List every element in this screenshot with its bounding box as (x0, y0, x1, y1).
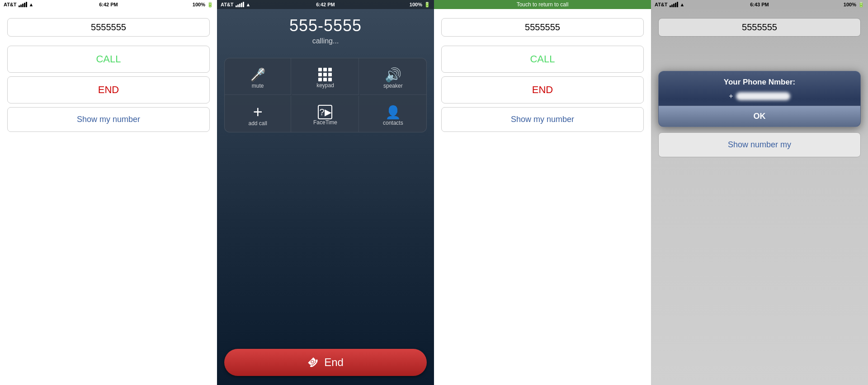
bar3 (673, 4, 675, 7)
bar1 (236, 5, 237, 7)
contacts-button[interactable]: 👤 contacts (360, 96, 426, 132)
screen-3: Touch to return to call 5555555 CALL END… (434, 0, 651, 385)
modal-phone-number-blurred (736, 92, 790, 100)
calling-number: 555-5555 (217, 16, 434, 35)
calling-status: calling... (217, 37, 434, 45)
status-right-4: 100% 🔋 (844, 2, 864, 8)
screen-4: AT&T ▲ 6:43 PM 100% 🔋 5555555 Your Phone… (651, 0, 868, 385)
bar5 (26, 2, 27, 7)
keypad-button[interactable]: keypad (292, 58, 359, 95)
end-call-label: End (324, 356, 344, 369)
battery-pct-4: 100% (844, 2, 856, 7)
status-bar-2: AT&T ▲ 6:42 PM 100% 🔋 (217, 0, 434, 9)
bar5 (677, 2, 678, 7)
end-button-3[interactable]: END (441, 76, 644, 103)
signal-bars-4 (670, 2, 678, 7)
battery-icon-2: 🔋 (424, 2, 430, 8)
add-call-button[interactable]: + add call (225, 96, 291, 132)
battery-icon-1: 🔋 (207, 2, 213, 8)
bar1 (670, 5, 671, 7)
signal-bars-2 (236, 2, 244, 7)
end-phone-icon: ☎ (305, 355, 321, 371)
carrier-4: AT&T (655, 2, 668, 7)
end-call-button[interactable]: ☎ End (224, 349, 427, 376)
status-bar-4: AT&T ▲ 6:43 PM 100% 🔋 (651, 0, 868, 9)
speaker-label: speaker (383, 83, 403, 89)
wifi-1: ▲ (29, 2, 34, 7)
phone-number-input-1[interactable]: 5555555 (7, 18, 210, 37)
bar5 (243, 2, 244, 7)
keypad-icon (317, 67, 333, 82)
carrier-2: AT&T (221, 2, 234, 7)
contacts-icon: 👤 (385, 105, 401, 120)
add-icon: + (253, 104, 263, 120)
add-call-label: add call (248, 120, 267, 127)
facetime-icon: ?▶ (318, 105, 332, 119)
bar1 (19, 5, 20, 7)
show-number-button-4[interactable]: Show number my (658, 132, 861, 157)
status-left-1: AT&T ▲ (4, 2, 33, 7)
facetime-label: FaceTime (313, 119, 337, 126)
wifi-4: ▲ (680, 2, 685, 7)
bar2 (20, 5, 22, 7)
battery-icon-4: 🔋 (858, 2, 864, 8)
modal-plus: + (729, 92, 733, 100)
show-number-button-1[interactable]: Show my number (7, 107, 210, 132)
battery-pct-1: 100% (193, 2, 205, 7)
mute-button[interactable]: 🎤 mute (225, 58, 291, 95)
bar4 (675, 3, 676, 7)
mute-label: mute (252, 83, 264, 89)
time-4: 6:43 PM (750, 2, 769, 7)
battery-pct-2: 100% (410, 2, 422, 7)
modal-ok-button[interactable]: OK (659, 106, 860, 127)
speaker-button[interactable]: 🔊 speaker (360, 58, 426, 95)
time-2: 6:42 PM (316, 2, 335, 7)
screen-1: AT&T ▲ 6:42 PM 100% 🔋 5555555 CALL END S… (0, 0, 217, 385)
status-right-2: 100% 🔋 (410, 2, 430, 8)
show-number-button-3[interactable]: Show my number (441, 107, 644, 132)
wifi-2: ▲ (246, 2, 251, 7)
call-button-3[interactable]: CALL (441, 46, 644, 73)
signal-bars-1 (19, 2, 27, 7)
bar2 (671, 5, 673, 7)
end-button-1[interactable]: END (7, 76, 210, 103)
screen-2: AT&T ▲ 6:42 PM 100% 🔋 555-5555 calling..… (217, 0, 434, 385)
modal-phone-row: + (659, 89, 860, 106)
speaker-icon: 🔊 (385, 67, 401, 83)
modal-title: Your Phone Nmber: (659, 71, 860, 89)
status-bar-1: AT&T ▲ 6:42 PM 100% 🔋 (0, 0, 217, 9)
status-left-4: AT&T ▲ (655, 2, 684, 7)
status-left-2: AT&T ▲ (221, 2, 250, 7)
phone-number-modal: Your Phone Nmber: + OK (658, 71, 861, 127)
carrier-1: AT&T (4, 2, 17, 7)
status-right-1: 100% 🔋 (193, 2, 213, 8)
time-1: 6:42 PM (99, 2, 118, 7)
bar4 (241, 3, 242, 7)
keypad-label: keypad (316, 82, 334, 89)
contacts-label: contacts (383, 120, 403, 126)
bar3 (239, 4, 241, 7)
bar3 (22, 4, 24, 7)
return-to-call-banner[interactable]: Touch to return to call (517, 1, 569, 8)
bar2 (237, 5, 239, 7)
phone-number-input-4[interactable]: 5555555 (658, 18, 861, 37)
status-bar-3[interactable]: Touch to return to call (434, 0, 651, 9)
control-grid: 🎤 mute keypad 🔊 speaker (224, 58, 427, 132)
call-button-1[interactable]: CALL (7, 46, 210, 73)
phone-number-input-3[interactable]: 5555555 (441, 18, 644, 37)
facetime-button[interactable]: ?▶ FaceTime (292, 96, 359, 132)
bar4 (24, 3, 25, 7)
